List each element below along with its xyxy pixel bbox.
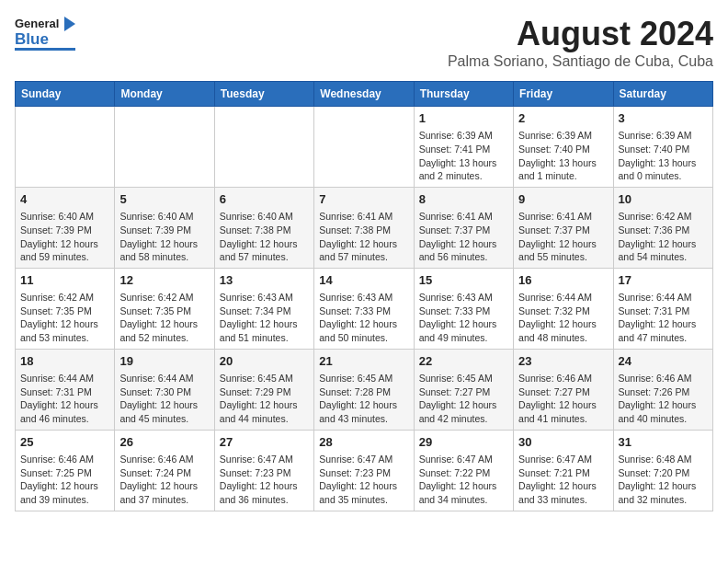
header-day-wednesday: Wednesday xyxy=(314,82,414,107)
day-info: Sunrise: 6:39 AM Sunset: 7:41 PM Dayligh… xyxy=(419,129,508,183)
calendar-cell xyxy=(115,107,214,188)
day-number: 30 xyxy=(518,434,608,451)
calendar-cell: 12Sunrise: 6:42 AM Sunset: 7:35 PM Dayli… xyxy=(115,268,214,349)
calendar-week-row: 11Sunrise: 6:42 AM Sunset: 7:35 PM Dayli… xyxy=(16,268,713,349)
day-info: Sunrise: 6:39 AM Sunset: 7:40 PM Dayligh… xyxy=(619,129,708,183)
day-number: 29 xyxy=(419,434,508,451)
day-number: 21 xyxy=(319,353,408,370)
day-info: Sunrise: 6:47 AM Sunset: 7:23 PM Dayligh… xyxy=(319,453,408,507)
day-info: Sunrise: 6:44 AM Sunset: 7:32 PM Dayligh… xyxy=(518,291,608,345)
day-info: Sunrise: 6:41 AM Sunset: 7:38 PM Dayligh… xyxy=(319,210,408,264)
day-info: Sunrise: 6:40 AM Sunset: 7:39 PM Dayligh… xyxy=(119,210,209,264)
calendar-cell: 30Sunrise: 6:47 AM Sunset: 7:21 PM Dayli… xyxy=(514,430,613,511)
day-number: 7 xyxy=(319,191,408,208)
calendar-cell: 5Sunrise: 6:40 AM Sunset: 7:39 PM Daylig… xyxy=(115,187,214,268)
day-number: 18 xyxy=(20,353,109,370)
day-number: 27 xyxy=(220,434,309,451)
title-block: August 2024 Palma Soriano, Santiago de C… xyxy=(448,15,713,70)
calendar-cell: 19Sunrise: 6:44 AM Sunset: 7:30 PM Dayli… xyxy=(115,349,214,430)
page-header: General Blue August 2024 Palma Soriano, … xyxy=(15,15,713,70)
day-number: 15 xyxy=(419,272,508,289)
day-number: 5 xyxy=(119,191,209,208)
calendar-cell: 24Sunrise: 6:46 AM Sunset: 7:26 PM Dayli… xyxy=(613,349,712,430)
day-number: 28 xyxy=(319,434,408,451)
calendar-cell: 4Sunrise: 6:40 AM Sunset: 7:39 PM Daylig… xyxy=(16,187,115,268)
day-info: Sunrise: 6:44 AM Sunset: 7:30 PM Dayligh… xyxy=(119,372,209,426)
day-info: Sunrise: 6:46 AM Sunset: 7:24 PM Dayligh… xyxy=(119,453,209,507)
calendar-week-row: 25Sunrise: 6:46 AM Sunset: 7:25 PM Dayli… xyxy=(16,430,713,511)
calendar-header-row: SundayMondayTuesdayWednesdayThursdayFrid… xyxy=(16,82,713,107)
logo: General Blue xyxy=(15,15,75,51)
day-number: 13 xyxy=(220,272,309,289)
calendar-cell: 23Sunrise: 6:46 AM Sunset: 7:27 PM Dayli… xyxy=(514,349,613,430)
logo-general-text: General xyxy=(15,17,59,30)
day-number: 11 xyxy=(20,272,109,289)
calendar-week-row: 4Sunrise: 6:40 AM Sunset: 7:39 PM Daylig… xyxy=(16,187,713,268)
header-day-saturday: Saturday xyxy=(613,82,712,107)
header-day-sunday: Sunday xyxy=(16,82,115,107)
day-info: Sunrise: 6:39 AM Sunset: 7:40 PM Dayligh… xyxy=(518,129,608,183)
calendar-table: SundayMondayTuesdayWednesdayThursdayFrid… xyxy=(15,81,713,511)
day-number: 17 xyxy=(619,272,708,289)
calendar-cell xyxy=(314,107,414,188)
calendar-cell: 9Sunrise: 6:41 AM Sunset: 7:37 PM Daylig… xyxy=(514,187,613,268)
calendar-cell: 2Sunrise: 6:39 AM Sunset: 7:40 PM Daylig… xyxy=(514,107,613,188)
logo-triangle-icon xyxy=(64,17,75,31)
calendar-cell: 6Sunrise: 6:40 AM Sunset: 7:38 PM Daylig… xyxy=(214,187,313,268)
day-info: Sunrise: 6:47 AM Sunset: 7:23 PM Dayligh… xyxy=(220,453,309,507)
day-number: 31 xyxy=(619,434,708,451)
calendar-cell: 22Sunrise: 6:45 AM Sunset: 7:27 PM Dayli… xyxy=(414,349,513,430)
day-number: 20 xyxy=(220,353,309,370)
day-number: 26 xyxy=(119,434,209,451)
calendar-cell: 18Sunrise: 6:44 AM Sunset: 7:31 PM Dayli… xyxy=(16,349,115,430)
calendar-cell: 13Sunrise: 6:43 AM Sunset: 7:34 PM Dayli… xyxy=(214,268,313,349)
day-info: Sunrise: 6:46 AM Sunset: 7:27 PM Dayligh… xyxy=(518,372,608,426)
calendar-cell: 3Sunrise: 6:39 AM Sunset: 7:40 PM Daylig… xyxy=(613,107,712,188)
day-info: Sunrise: 6:43 AM Sunset: 7:33 PM Dayligh… xyxy=(419,291,508,345)
day-number: 2 xyxy=(518,110,608,127)
day-info: Sunrise: 6:42 AM Sunset: 7:36 PM Dayligh… xyxy=(619,210,708,264)
calendar-cell: 26Sunrise: 6:46 AM Sunset: 7:24 PM Dayli… xyxy=(115,430,214,511)
calendar-cell xyxy=(16,107,115,188)
day-number: 16 xyxy=(518,272,608,289)
day-number: 4 xyxy=(20,191,109,208)
calendar-week-row: 18Sunrise: 6:44 AM Sunset: 7:31 PM Dayli… xyxy=(16,349,713,430)
day-info: Sunrise: 6:45 AM Sunset: 7:27 PM Dayligh… xyxy=(419,372,508,426)
day-info: Sunrise: 6:42 AM Sunset: 7:35 PM Dayligh… xyxy=(119,291,209,345)
calendar-cell: 16Sunrise: 6:44 AM Sunset: 7:32 PM Dayli… xyxy=(514,268,613,349)
day-info: Sunrise: 6:43 AM Sunset: 7:33 PM Dayligh… xyxy=(319,291,408,345)
day-number: 24 xyxy=(619,353,708,370)
day-info: Sunrise: 6:46 AM Sunset: 7:25 PM Dayligh… xyxy=(20,453,109,507)
day-number: 25 xyxy=(20,434,109,451)
calendar-cell: 29Sunrise: 6:47 AM Sunset: 7:22 PM Dayli… xyxy=(414,430,513,511)
day-info: Sunrise: 6:41 AM Sunset: 7:37 PM Dayligh… xyxy=(518,210,608,264)
calendar-week-row: 1Sunrise: 6:39 AM Sunset: 7:41 PM Daylig… xyxy=(16,107,713,188)
day-number: 1 xyxy=(419,110,508,127)
day-info: Sunrise: 6:43 AM Sunset: 7:34 PM Dayligh… xyxy=(220,291,309,345)
day-info: Sunrise: 6:45 AM Sunset: 7:28 PM Dayligh… xyxy=(319,372,408,426)
day-info: Sunrise: 6:46 AM Sunset: 7:26 PM Dayligh… xyxy=(619,372,708,426)
day-number: 9 xyxy=(518,191,608,208)
logo-underline xyxy=(15,48,75,51)
logo-blue-text: Blue xyxy=(15,31,75,47)
calendar-cell: 21Sunrise: 6:45 AM Sunset: 7:28 PM Dayli… xyxy=(314,349,414,430)
calendar-cell: 11Sunrise: 6:42 AM Sunset: 7:35 PM Dayli… xyxy=(16,268,115,349)
day-info: Sunrise: 6:42 AM Sunset: 7:35 PM Dayligh… xyxy=(20,291,109,345)
day-info: Sunrise: 6:44 AM Sunset: 7:31 PM Dayligh… xyxy=(619,291,708,345)
day-number: 3 xyxy=(619,110,708,127)
calendar-cell: 15Sunrise: 6:43 AM Sunset: 7:33 PM Dayli… xyxy=(414,268,513,349)
page-title: August 2024 xyxy=(448,15,713,53)
day-info: Sunrise: 6:48 AM Sunset: 7:20 PM Dayligh… xyxy=(619,453,708,507)
day-number: 14 xyxy=(319,272,408,289)
calendar-cell: 28Sunrise: 6:47 AM Sunset: 7:23 PM Dayli… xyxy=(314,430,414,511)
day-info: Sunrise: 6:40 AM Sunset: 7:39 PM Dayligh… xyxy=(20,210,109,264)
day-number: 22 xyxy=(419,353,508,370)
day-number: 23 xyxy=(518,353,608,370)
day-number: 10 xyxy=(619,191,708,208)
calendar-cell: 1Sunrise: 6:39 AM Sunset: 7:41 PM Daylig… xyxy=(414,107,513,188)
day-info: Sunrise: 6:47 AM Sunset: 7:21 PM Dayligh… xyxy=(518,453,608,507)
calendar-cell: 27Sunrise: 6:47 AM Sunset: 7:23 PM Dayli… xyxy=(214,430,313,511)
header-day-tuesday: Tuesday xyxy=(214,82,313,107)
day-number: 8 xyxy=(419,191,508,208)
day-number: 19 xyxy=(119,353,209,370)
